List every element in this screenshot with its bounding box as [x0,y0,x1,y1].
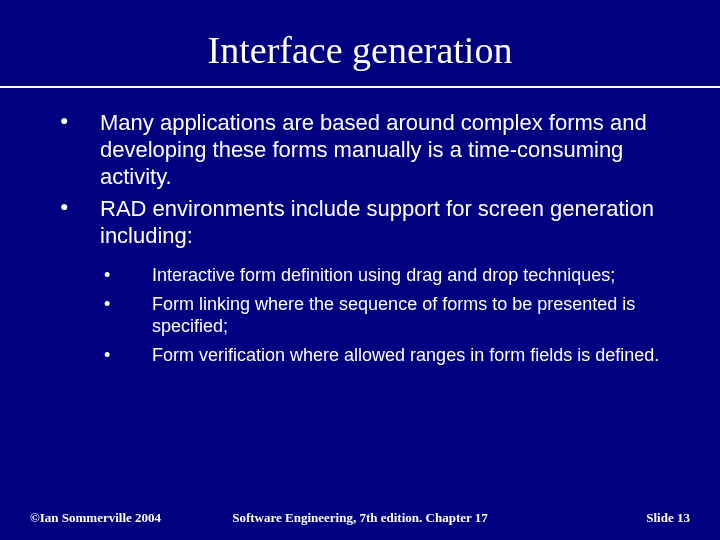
footer-copyright: ©Ian Sommerville 2004 [30,510,161,526]
sub-bullet-item: Form verification where allowed ranges i… [104,344,680,367]
footer-slide-number: Slide 13 [646,510,690,526]
bullet-item: Many applications are based around compl… [60,110,680,190]
footer-slide-label: Slide [646,510,677,525]
title-area: Interface generation [0,0,720,86]
slide: Interface generation Many applications a… [0,0,720,540]
sub-bullet-item: Form linking where the sequence of forms… [104,293,680,338]
slide-footer: ©Ian Sommerville 2004 Software Engineeri… [0,510,720,526]
footer-book-title: Software Engineering, 7th edition. Chapt… [232,510,488,526]
sub-bullet-list: Interactive form definition using drag a… [104,264,680,366]
main-bullet-list: Many applications are based around compl… [60,110,680,250]
sub-bullet-item: Interactive form definition using drag a… [104,264,680,287]
bullet-item: RAD environments include support for scr… [60,196,680,250]
footer-slide-num: 13 [677,510,690,525]
slide-title: Interface generation [0,28,720,72]
slide-content: Many applications are based around compl… [0,88,720,366]
